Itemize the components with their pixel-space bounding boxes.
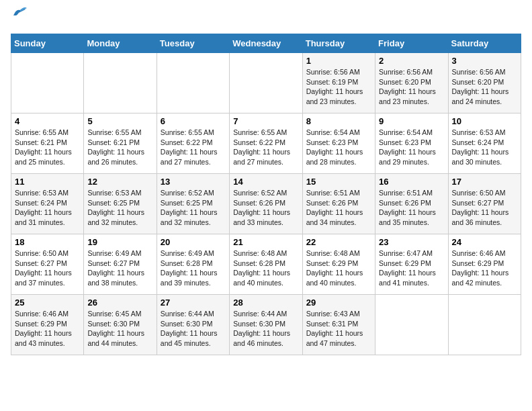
day-number: 12 bbox=[87, 177, 152, 187]
day-number: 1 bbox=[306, 56, 371, 66]
calendar-cell: 18Sunrise: 6:50 AM Sunset: 6:27 PM Dayli… bbox=[11, 234, 84, 295]
day-info: Sunrise: 6:52 AM Sunset: 6:26 PM Dayligh… bbox=[233, 188, 298, 228]
calendar-cell: 22Sunrise: 6:48 AM Sunset: 6:29 PM Dayli… bbox=[302, 234, 375, 295]
day-info: Sunrise: 6:46 AM Sunset: 6:29 PM Dayligh… bbox=[452, 248, 517, 288]
calendar-cell bbox=[448, 295, 521, 355]
calendar-cell: 17Sunrise: 6:50 AM Sunset: 6:27 PM Dayli… bbox=[448, 174, 521, 234]
day-info: Sunrise: 6:53 AM Sunset: 6:24 PM Dayligh… bbox=[15, 188, 80, 228]
calendar-week-row: 11Sunrise: 6:53 AM Sunset: 6:24 PM Dayli… bbox=[11, 174, 521, 234]
day-number: 28 bbox=[233, 298, 298, 308]
day-info: Sunrise: 6:46 AM Sunset: 6:29 PM Dayligh… bbox=[15, 309, 80, 349]
calendar-week-row: 18Sunrise: 6:50 AM Sunset: 6:27 PM Dayli… bbox=[11, 234, 521, 295]
day-info: Sunrise: 6:45 AM Sunset: 6:30 PM Dayligh… bbox=[87, 309, 152, 349]
day-number: 11 bbox=[15, 177, 80, 187]
calendar-cell: 24Sunrise: 6:46 AM Sunset: 6:29 PM Dayli… bbox=[448, 234, 521, 295]
day-number: 9 bbox=[379, 116, 444, 126]
day-info: Sunrise: 6:43 AM Sunset: 6:31 PM Dayligh… bbox=[306, 309, 371, 349]
day-info: Sunrise: 6:48 AM Sunset: 6:29 PM Dayligh… bbox=[306, 248, 371, 288]
day-number: 4 bbox=[15, 116, 80, 126]
calendar-cell bbox=[11, 53, 84, 113]
day-number: 8 bbox=[306, 116, 371, 126]
weekday-header-tuesday: Tuesday bbox=[157, 34, 229, 53]
day-info: Sunrise: 6:54 AM Sunset: 6:23 PM Dayligh… bbox=[306, 128, 371, 167]
calendar-cell: 5Sunrise: 6:55 AM Sunset: 6:21 PM Daylig… bbox=[84, 113, 157, 174]
day-info: Sunrise: 6:52 AM Sunset: 6:25 PM Dayligh… bbox=[161, 188, 226, 228]
weekday-header-sunday: Sunday bbox=[11, 34, 84, 53]
calendar-cell: 2Sunrise: 6:56 AM Sunset: 6:20 PM Daylig… bbox=[375, 53, 448, 113]
day-number: 27 bbox=[161, 298, 226, 308]
day-info: Sunrise: 6:56 AM Sunset: 6:20 PM Dayligh… bbox=[452, 67, 517, 107]
day-info: Sunrise: 6:44 AM Sunset: 6:30 PM Dayligh… bbox=[161, 309, 226, 349]
calendar-cell: 10Sunrise: 6:53 AM Sunset: 6:24 PM Dayli… bbox=[448, 113, 521, 174]
calendar-cell: 7Sunrise: 6:55 AM Sunset: 6:22 PM Daylig… bbox=[230, 113, 302, 174]
calendar-cell: 8Sunrise: 6:54 AM Sunset: 6:23 PM Daylig… bbox=[302, 113, 375, 174]
day-info: Sunrise: 6:53 AM Sunset: 6:25 PM Dayligh… bbox=[87, 188, 152, 228]
calendar-cell: 16Sunrise: 6:51 AM Sunset: 6:26 PM Dayli… bbox=[375, 174, 448, 234]
day-number: 3 bbox=[452, 56, 517, 66]
day-number: 21 bbox=[233, 237, 298, 247]
day-info: Sunrise: 6:55 AM Sunset: 6:22 PM Dayligh… bbox=[233, 128, 298, 167]
day-info: Sunrise: 6:53 AM Sunset: 6:24 PM Dayligh… bbox=[452, 128, 517, 167]
calendar-cell bbox=[375, 295, 448, 355]
day-number: 18 bbox=[15, 237, 80, 247]
calendar-cell bbox=[84, 53, 157, 113]
day-number: 13 bbox=[161, 177, 226, 187]
calendar-week-row: 1Sunrise: 6:56 AM Sunset: 6:19 PM Daylig… bbox=[11, 53, 521, 113]
day-number: 29 bbox=[306, 298, 371, 308]
calendar-cell: 29Sunrise: 6:43 AM Sunset: 6:31 PM Dayli… bbox=[302, 295, 375, 355]
calendar-body: 1Sunrise: 6:56 AM Sunset: 6:19 PM Daylig… bbox=[11, 53, 521, 355]
day-number: 23 bbox=[379, 237, 444, 247]
calendar-week-row: 25Sunrise: 6:46 AM Sunset: 6:29 PM Dayli… bbox=[11, 295, 521, 355]
calendar-table: SundayMondayTuesdayWednesdayThursdayFrid… bbox=[11, 34, 521, 355]
day-number: 19 bbox=[87, 237, 152, 247]
calendar-cell: 15Sunrise: 6:51 AM Sunset: 6:26 PM Dayli… bbox=[302, 174, 375, 234]
day-number: 17 bbox=[452, 177, 517, 187]
day-info: Sunrise: 6:54 AM Sunset: 6:23 PM Dayligh… bbox=[379, 128, 444, 167]
calendar-header: SundayMondayTuesdayWednesdayThursdayFrid… bbox=[11, 34, 521, 53]
day-info: Sunrise: 6:50 AM Sunset: 6:27 PM Dayligh… bbox=[452, 188, 517, 228]
day-info: Sunrise: 6:56 AM Sunset: 6:20 PM Dayligh… bbox=[379, 67, 444, 107]
calendar-cell: 3Sunrise: 6:56 AM Sunset: 6:20 PM Daylig… bbox=[448, 53, 521, 113]
calendar-cell: 25Sunrise: 6:46 AM Sunset: 6:29 PM Dayli… bbox=[11, 295, 84, 355]
day-number: 2 bbox=[379, 56, 444, 66]
day-number: 10 bbox=[452, 116, 517, 126]
calendar-cell bbox=[230, 53, 302, 113]
page-header bbox=[11, 11, 521, 26]
day-number: 6 bbox=[161, 116, 226, 126]
weekday-header-row: SundayMondayTuesdayWednesdayThursdayFrid… bbox=[11, 34, 521, 53]
day-number: 14 bbox=[233, 177, 298, 187]
calendar-cell: 19Sunrise: 6:49 AM Sunset: 6:27 PM Dayli… bbox=[84, 234, 157, 295]
day-info: Sunrise: 6:51 AM Sunset: 6:26 PM Dayligh… bbox=[379, 188, 444, 228]
day-number: 5 bbox=[87, 116, 152, 126]
day-info: Sunrise: 6:47 AM Sunset: 6:29 PM Dayligh… bbox=[379, 248, 444, 288]
calendar-cell: 4Sunrise: 6:55 AM Sunset: 6:21 PM Daylig… bbox=[11, 113, 84, 174]
calendar-cell: 21Sunrise: 6:48 AM Sunset: 6:28 PM Dayli… bbox=[230, 234, 302, 295]
day-info: Sunrise: 6:48 AM Sunset: 6:28 PM Dayligh… bbox=[233, 248, 298, 288]
day-number: 26 bbox=[87, 298, 152, 308]
calendar-cell: 9Sunrise: 6:54 AM Sunset: 6:23 PM Daylig… bbox=[375, 113, 448, 174]
calendar-cell: 20Sunrise: 6:49 AM Sunset: 6:28 PM Dayli… bbox=[157, 234, 229, 295]
day-number: 7 bbox=[233, 116, 298, 126]
day-info: Sunrise: 6:55 AM Sunset: 6:21 PM Dayligh… bbox=[87, 128, 152, 167]
weekday-header-saturday: Saturday bbox=[448, 34, 521, 53]
day-info: Sunrise: 6:50 AM Sunset: 6:27 PM Dayligh… bbox=[15, 248, 80, 288]
calendar-cell: 26Sunrise: 6:45 AM Sunset: 6:30 PM Dayli… bbox=[84, 295, 157, 355]
day-number: 15 bbox=[306, 177, 371, 187]
weekday-header-monday: Monday bbox=[84, 34, 157, 53]
day-number: 24 bbox=[452, 237, 517, 247]
weekday-header-wednesday: Wednesday bbox=[230, 34, 302, 53]
logo-bird-icon bbox=[12, 6, 27, 18]
calendar-cell: 13Sunrise: 6:52 AM Sunset: 6:25 PM Dayli… bbox=[157, 174, 229, 234]
calendar-week-row: 4Sunrise: 6:55 AM Sunset: 6:21 PM Daylig… bbox=[11, 113, 521, 174]
day-number: 20 bbox=[161, 237, 226, 247]
logo bbox=[11, 11, 27, 26]
day-number: 25 bbox=[15, 298, 80, 308]
calendar-cell bbox=[157, 53, 229, 113]
calendar-cell: 12Sunrise: 6:53 AM Sunset: 6:25 PM Dayli… bbox=[84, 174, 157, 234]
calendar-cell: 28Sunrise: 6:44 AM Sunset: 6:30 PM Dayli… bbox=[230, 295, 302, 355]
weekday-header-thursday: Thursday bbox=[302, 34, 375, 53]
day-info: Sunrise: 6:49 AM Sunset: 6:28 PM Dayligh… bbox=[161, 248, 226, 288]
calendar-cell: 6Sunrise: 6:55 AM Sunset: 6:22 PM Daylig… bbox=[157, 113, 229, 174]
calendar-cell: 14Sunrise: 6:52 AM Sunset: 6:26 PM Dayli… bbox=[230, 174, 302, 234]
day-number: 22 bbox=[306, 237, 371, 247]
